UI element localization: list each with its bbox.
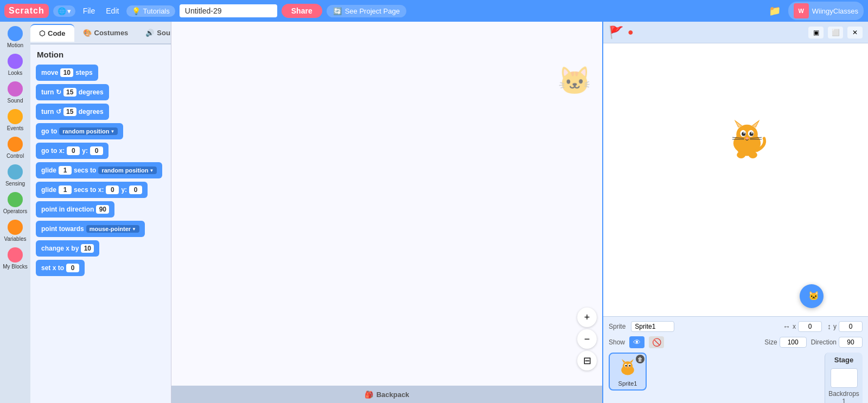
backdrops-count: 1 <box>842 398 846 403</box>
category-events-label: Events <box>7 125 24 131</box>
backpack-bar[interactable]: 🎒 Backpack <box>171 386 602 403</box>
main-area: Motion Looks Sound Events Control Sensin… <box>0 22 868 403</box>
direction-group: Direction <box>811 337 863 348</box>
svg-point-21 <box>623 361 633 370</box>
stage-layout-small[interactable]: ▣ <box>808 27 824 39</box>
zoom-fit-button[interactable]: ⊟ <box>577 351 597 370</box>
block-move[interactable]: move 10 steps <box>36 65 98 81</box>
block-point-towards[interactable]: point towards mouse-pointer <box>36 221 145 237</box>
sprite-y-input[interactable] <box>839 321 863 332</box>
tutorials-button[interactable]: 💡 Tutorials <box>126 5 175 17</box>
category-variables-label: Variables <box>4 236 27 242</box>
size-input[interactable] <box>780 337 807 348</box>
category-sound[interactable]: Sound <box>0 79 30 106</box>
x-icon: ↔ <box>783 322 790 331</box>
globe-icon: 🌐 <box>58 7 66 15</box>
svg-point-11 <box>751 132 753 134</box>
right-section: 🚩 ● ▣ ⬜ ✕ <box>602 22 868 403</box>
category-motion[interactable]: Motion <box>0 24 30 50</box>
tab-code[interactable]: ⬡ Code <box>30 24 74 42</box>
block-turn-ccw[interactable]: turn ↺ 15 degrees <box>36 104 109 120</box>
stage-tab-label: Stage <box>834 356 853 364</box>
block-change-x[interactable]: change x by 10 <box>36 240 99 257</box>
scratch-logo[interactable]: Scratch <box>4 4 49 18</box>
sprite-info-row: Sprite ↔ x ↕ y <box>609 321 863 332</box>
category-operators-label: Operators <box>3 208 27 214</box>
block-goto-random[interactable]: go to random position <box>36 123 123 139</box>
sprite-info-panel: Sprite ↔ x ↕ y Show 👁 🚫 <box>603 316 868 403</box>
share-button[interactable]: Share <box>282 4 322 18</box>
category-looks[interactable]: Looks <box>0 52 30 78</box>
username-label: WiingyClasses <box>812 7 858 15</box>
sprite1-label: Sprite1 <box>618 380 637 387</box>
block-set-x[interactable]: set x to 0 <box>36 260 85 276</box>
show-button[interactable]: 👁 <box>629 336 644 348</box>
x-label: x <box>793 323 796 330</box>
show-label: Show <box>609 338 625 346</box>
code-area[interactable]: 🐱 + − ⊟ 🎒 Backpack <box>171 22 602 403</box>
scratch-cat-svg <box>723 114 771 163</box>
stage-tab[interactable]: Stage Backdrops 1 <box>825 353 863 403</box>
block-glide-xy[interactable]: glide 1 secs to x: 0 y: 0 <box>36 182 148 198</box>
categories-sidebar: Motion Looks Sound Events Control Sensin… <box>0 22 30 403</box>
category-events[interactable]: Events <box>0 107 30 133</box>
scratch-cat-sprite[interactable] <box>723 114 771 169</box>
category-control[interactable]: Control <box>0 135 30 161</box>
tutorials-label: Tutorials <box>143 7 169 15</box>
cat-drag-sprite: 🐱 <box>558 65 591 97</box>
see-project-button[interactable]: 🔄 See Project Page <box>327 5 406 17</box>
tab-sounds[interactable]: 🔊 Sounds <box>137 24 171 41</box>
zoom-in-button[interactable]: + <box>577 308 597 327</box>
svg-text:🐱: 🐱 <box>808 291 818 301</box>
sounds-tab-icon: 🔊 <box>145 29 154 37</box>
category-operators[interactable]: Operators <box>0 190 30 216</box>
category-sensing[interactable]: Sensing <box>0 162 30 189</box>
block-turn-cw[interactable]: turn ↻ 15 degrees <box>36 84 109 100</box>
green-flag-button[interactable]: 🚩 <box>609 25 623 40</box>
block-glide-random[interactable]: glide 1 secs to random position <box>36 162 162 178</box>
globe-button[interactable]: 🌐 ▾ <box>53 5 75 17</box>
svg-point-27 <box>629 365 630 367</box>
add-sprite-fab[interactable]: 🐱 <box>800 284 824 308</box>
show-hide-row: Show 👁 🚫 Size Direction <box>609 336 863 348</box>
user-area[interactable]: W WiingyClasses <box>788 2 864 20</box>
zoom-controls: + − ⊟ <box>577 308 597 370</box>
stage-top-controls: 🚩 ● ▣ ⬜ ✕ <box>603 22 868 43</box>
red-stop-button[interactable]: ● <box>628 27 634 38</box>
sprite-thumb-sprite1[interactable]: 🗑 Sprite1 <box>609 353 647 391</box>
stage-fullscreen-button[interactable]: ✕ <box>847 27 863 39</box>
stage-layout-large[interactable]: ⬜ <box>828 27 843 39</box>
block-point-direction[interactable]: point in direction 90 <box>36 201 114 218</box>
folder-icon[interactable]: 📁 <box>765 5 784 17</box>
hide-button[interactable]: 🚫 <box>649 336 664 348</box>
backpack-label: Backpack <box>376 391 410 399</box>
category-variables[interactable]: Variables <box>0 218 30 244</box>
block-goto-xy[interactable]: go to x: 0 y: 0 <box>36 143 108 159</box>
code-tab-label: Code <box>48 29 66 37</box>
motion-category-header: Motion <box>30 44 171 62</box>
stage-canvas[interactable] <box>603 43 868 316</box>
edit-menu[interactable]: Edit <box>103 7 122 15</box>
blocks-list: move 10 steps turn ↻ 15 degrees turn ↺ 1… <box>30 62 171 403</box>
backdrops-label: Backdrops <box>828 390 859 398</box>
direction-label: Direction <box>811 338 837 346</box>
tab-costumes[interactable]: 🎨 Costumes <box>74 24 137 41</box>
svg-point-19 <box>749 151 757 158</box>
globe-arrow: ▾ <box>67 7 71 15</box>
category-looks-label: Looks <box>8 70 23 76</box>
direction-input[interactable] <box>839 337 863 348</box>
sprite-delete-button[interactable]: 🗑 <box>636 355 644 363</box>
add-sprite-icon: 🐱 <box>805 290 818 303</box>
tabs-row: ⬡ Code 🎨 Costumes 🔊 Sounds <box>30 22 171 44</box>
code-tab-icon: ⬡ <box>39 29 45 37</box>
sprite-name-input[interactable] <box>631 321 674 332</box>
file-menu[interactable]: File <box>80 7 99 15</box>
sprites-row: 🗑 Sprite1 <box>609 353 821 391</box>
sprite-x-input[interactable] <box>798 321 822 332</box>
zoom-out-button[interactable]: − <box>577 329 597 349</box>
backpack-icon: 🎒 <box>365 391 373 399</box>
category-control-label: Control <box>7 153 24 159</box>
category-my-blocks[interactable]: My Blocks <box>0 245 30 272</box>
stage-tab-backdrop <box>831 368 858 388</box>
project-title-input[interactable]: Untitled-29 <box>180 4 277 17</box>
